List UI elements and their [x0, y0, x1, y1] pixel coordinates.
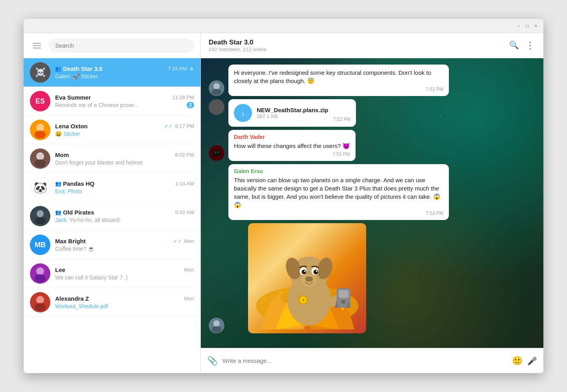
svg-point-8: [35, 217, 45, 224]
chat-item-pandas[interactable]: 🐼 👥 Pandas HQ 1:14 AM Eva: Photo: [24, 173, 200, 202]
chat-list: ☠️ 👥 Death Star 3.0 7:15 PM ✈: [24, 58, 200, 373]
message-group-1: Hi everyone. I've redesigned some key st…: [209, 65, 536, 96]
sticker-container: ★: [248, 223, 366, 333]
file-time: 7:52 PM: [333, 116, 351, 122]
msg-avatar-sticker: [209, 318, 224, 333]
svg-point-16: [213, 83, 220, 89]
sticker-image: ★: [248, 223, 366, 333]
chat-preview-mom: Don't forget your blaster and helmet: [55, 159, 194, 166]
more-options-button[interactable]: ⋮: [525, 40, 536, 51]
chat-item-eva-summer[interactable]: ES Eva Summer 11:28 PM Reminds me of a C…: [24, 87, 200, 116]
avatar-pirates: [30, 206, 50, 226]
msg-text-4: This version can blow up two planets on …: [234, 176, 443, 209]
avatar-lena: [30, 120, 50, 140]
avatar-alexandra: [30, 292, 50, 312]
svg-rect-21: [217, 152, 219, 153]
chat-info-death-star: 👥 Death Star 3.0 7:15 PM ✈ Galen: 🚀 Stic…: [55, 65, 194, 80]
hamburger-line-1: [33, 43, 41, 44]
unread-badge-eva: 2: [187, 102, 194, 108]
msg-avatar-3: [209, 145, 224, 161]
chat-bottom-eva: Reminds me of a Chinese prove... 2: [55, 102, 194, 108]
chat-time-pandas: 1:14 AM: [175, 181, 194, 187]
search-input[interactable]: [49, 39, 194, 53]
emoji-button[interactable]: 🙂: [512, 356, 523, 366]
chat-top-lena: Lena Oxton ✓✓ 9:17 PM: [55, 123, 194, 129]
svg-point-7: [37, 210, 44, 217]
chat-info-alexandra: Alexandra Z Mon Workout_Shedule.pdf: [55, 295, 194, 309]
chat-name-max: Max Bright: [55, 238, 86, 244]
messages-scroll: Hi everyone. I've redesigned some key st…: [201, 58, 543, 340]
chat-bottom-lee: We can call it Galaxy Star 7 ;): [55, 274, 194, 281]
chat-top-mom: Mom 8:02 PM: [55, 152, 194, 158]
group-icon-death-star: 👥: [55, 66, 61, 72]
msg-sender-galen: Galen Erso: [234, 168, 443, 174]
chat-bottom-pirates: Jack: Yo-ho-ho, all aboard!: [55, 217, 194, 223]
msg-time-1: 7:52 PM: [234, 87, 443, 92]
chat-item-alexandra[interactable]: Alexandra Z Mon Workout_Shedule.pdf: [24, 288, 200, 317]
avatar-death-star: ☠️: [30, 62, 50, 83]
group-icon-pandas: 👥: [55, 181, 61, 187]
chat-item-lee[interactable]: Lee Mon We can call it Galaxy Star 7 ;): [24, 259, 200, 288]
sidebar: ☠️ 👥 Death Star 3.0 7:15 PM ✈: [24, 33, 201, 373]
avatar-mom: [30, 148, 50, 169]
chat-item-mom[interactable]: Mom 8:02 PM Don't forget your blaster an…: [24, 144, 200, 173]
minimize-button[interactable]: −: [516, 23, 521, 29]
chat-bottom-max: Coffee time? ☕: [55, 246, 194, 252]
svg-point-1: [36, 124, 44, 131]
message-input[interactable]: [222, 357, 507, 364]
svg-point-35: [316, 270, 317, 272]
msg-time-4: 7:53 PM: [234, 211, 443, 216]
chat-top-eva: Eva Summer 11:28 PM: [55, 94, 194, 101]
chat-name-mom: Mom: [55, 152, 69, 158]
chat-name-eva: Eva Summer: [55, 94, 91, 101]
msg-avatar-1: [209, 80, 224, 96]
chat-bottom-death-star: Galen: 🚀 Sticker: [55, 73, 194, 80]
msg-time-3: 7:53 PM: [234, 152, 350, 157]
svg-point-37: [301, 275, 317, 287]
chat-info-mom: Mom 8:02 PM Don't forget your blaster an…: [55, 152, 194, 166]
chat-preview-alex: Workout_Shedule.pdf: [55, 303, 194, 309]
avatar-max-bright: MB: [30, 235, 50, 255]
chat-preview-pandas: Eva: Photo: [55, 188, 194, 194]
close-button[interactable]: ×: [533, 23, 539, 29]
app-window: − □ × ☠️: [24, 19, 543, 373]
chat-info-lena: Lena Oxton ✓✓ 9:17 PM 😀 Sticker: [55, 123, 194, 137]
chat-item-pirates[interactable]: 👥 Old Pirates 0:02 AM Jack: Yo-ho-ho, al…: [24, 202, 200, 231]
chat-time-lee: Mon: [184, 267, 194, 273]
msg-text-1: Hi everyone. I've redesigned some key st…: [234, 68, 443, 85]
search-button[interactable]: 🔍: [509, 40, 519, 51]
svg-point-5: [35, 159, 46, 167]
svg-point-17: [212, 89, 221, 95]
file-bubble: ↓ NEW_DeathStar.plans.zip 387.1 KB 7:52 …: [228, 99, 356, 127]
chat-item-max-bright[interactable]: MB Max Bright ✓✓ Mon Coffee time? ☕: [24, 231, 200, 259]
sidebar-header: [24, 33, 200, 58]
chat-name-lee: Lee: [55, 266, 65, 273]
chat-header-status: 242 members, 112 online: [209, 46, 267, 52]
chat-time-mom: 8:02 PM: [175, 152, 194, 158]
hamburger-line-2: [33, 45, 41, 46]
svg-point-10: [36, 267, 44, 275]
svg-point-23: [213, 320, 220, 327]
chat-name-death-star: 👥 Death Star 3.0: [55, 65, 102, 72]
svg-rect-19: [213, 150, 220, 156]
svg-point-2: [35, 131, 46, 139]
chat-item-death-star[interactable]: ☠️ 👥 Death Star 3.0 7:15 PM ✈: [24, 58, 200, 87]
chat-time-alex: Mon: [184, 296, 194, 301]
chat-preview-lee: We can call it Galaxy Star 7 ;): [55, 274, 194, 281]
chat-time-lena: 9:17 PM: [175, 123, 194, 129]
attach-button[interactable]: 📎: [207, 356, 218, 366]
svg-point-41: [341, 300, 345, 304]
chat-item-lena[interactable]: Lena Oxton ✓✓ 9:17 PM 😀 Sticker: [24, 116, 200, 144]
chat-top-max: Max Bright ✓✓ Mon: [55, 238, 194, 244]
file-name: NEW_DeathStar.plans.zip: [257, 107, 328, 113]
chat-bottom-lena: 😀 Sticker: [55, 131, 194, 137]
microphone-button[interactable]: 🎤: [527, 356, 537, 366]
message-bubble-4: Galen Erso This version can blow up two …: [228, 164, 449, 220]
maximize-button[interactable]: □: [524, 23, 530, 29]
download-icon[interactable]: ↓: [234, 104, 252, 122]
message-group-3: Darth Vader How will these changes affec…: [209, 130, 536, 161]
svg-point-32: [302, 270, 306, 274]
message-input-area: 📎 🙂 🎤: [201, 348, 543, 373]
hamburger-menu-button[interactable]: [30, 39, 44, 53]
chat-preview-eva: Reminds me of a Chinese prove...: [55, 102, 187, 108]
